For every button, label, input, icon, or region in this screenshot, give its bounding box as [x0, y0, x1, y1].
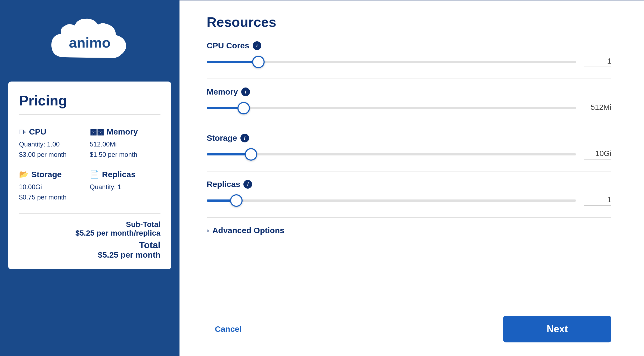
memory-icon: ▩▩ — [90, 127, 104, 136]
storage-track — [207, 153, 576, 155]
cpu-cores-slider[interactable] — [207, 55, 576, 69]
replicas-slider-row: 1 — [207, 194, 611, 207]
replicas-header: 📄 Replicas — [90, 170, 160, 179]
cancel-button[interactable]: Cancel — [207, 319, 250, 339]
cpu-cores-value: 1 — [584, 57, 611, 67]
cpu-price: $3.00 per month — [19, 149, 90, 160]
cpu-icon: □▫ — [19, 127, 26, 136]
total-label: Total — [19, 240, 160, 250]
replicas-res-label: Replicas i — [207, 180, 611, 189]
replicas-info-icon: i — [243, 180, 252, 189]
next-button[interactable]: Next — [503, 316, 611, 342]
pricing-item-cpu: □▫ CPU Quantity: 1.00 $3.00 per month — [19, 122, 90, 165]
cpu-cores-row: CPU Cores i 1 — [207, 41, 611, 69]
storage-row: Storage i 10Gi — [207, 133, 611, 161]
svg-text:animo: animo — [69, 35, 110, 51]
storage-thumb[interactable] — [245, 148, 257, 161]
cpu-cores-label: CPU Cores i — [207, 41, 611, 50]
pricing-item-memory: ▩▩ Memory 512.00Mi $1.50 per month — [90, 122, 160, 165]
replicas-slider[interactable] — [207, 194, 576, 207]
subtotal-value: $5.25 per month/replica — [19, 229, 160, 238]
chevron-right-icon: › — [207, 226, 209, 235]
logo-cloud-svg: animo — [44, 11, 136, 71]
replicas-label: Replicas — [102, 170, 135, 179]
memory-price: $1.50 per month — [90, 149, 160, 160]
storage-info-icon: i — [240, 134, 249, 142]
divider-3 — [207, 171, 611, 171]
storage-value: 10Gi — [584, 149, 611, 160]
divider-2 — [207, 125, 611, 125]
divider-4 — [207, 217, 611, 218]
pricing-item-storage: 📂 Storage 10.00Gi $0.75 per month — [19, 165, 90, 208]
storage-slider[interactable] — [207, 148, 576, 161]
logo-container: animo — [44, 11, 136, 71]
advanced-options[interactable]: › Advanced Options — [207, 226, 611, 235]
cpu-cores-slider-row: 1 — [207, 55, 611, 69]
replicas-thumb[interactable] — [230, 194, 243, 207]
replicas-quantity: Quantity: 1 — [90, 182, 160, 192]
memory-header: ▩▩ Memory — [90, 127, 160, 136]
subtotal-label: Sub-Total — [19, 220, 160, 229]
advanced-options-label: Advanced Options — [212, 226, 284, 235]
left-panel: animo Pricing □▫ CPU Quantity: 1.00 $3.0… — [0, 0, 179, 356]
storage-slider-row: 10Gi — [207, 148, 611, 161]
storage-fill — [207, 153, 251, 155]
memory-label: Memory — [107, 127, 138, 136]
section-title: Resources — [207, 14, 611, 30]
memory-slider[interactable] — [207, 101, 576, 115]
pricing-item-replicas: 📄 Replicas Quantity: 1 — [90, 165, 160, 208]
cpu-cores-thumb[interactable] — [252, 56, 265, 68]
replicas-row: Replicas i 1 — [207, 180, 611, 207]
memory-row: Memory i 512Mi — [207, 87, 611, 115]
storage-quantity: 10.00Gi — [19, 182, 90, 192]
memory-thumb[interactable] — [237, 102, 250, 114]
cpu-header: □▫ CPU — [19, 127, 90, 136]
memory-track — [207, 107, 576, 109]
replicas-track — [207, 199, 576, 202]
storage-price: $0.75 per month — [19, 192, 90, 202]
cpu-quantity: Quantity: 1.00 — [19, 139, 90, 149]
pricing-grid: □▫ CPU Quantity: 1.00 $3.00 per month ▩▩… — [19, 122, 160, 208]
memory-quantity: 512.00Mi — [90, 139, 160, 149]
storage-header: 📂 Storage — [19, 170, 90, 179]
right-panel: Resources CPU Cores i 1 Memory i — [179, 0, 644, 356]
memory-label: Memory i — [207, 87, 611, 96]
resources-container: CPU Cores i 1 Memory i — [207, 41, 611, 316]
divider-1 — [207, 79, 611, 79]
cpu-cores-fill — [207, 61, 258, 63]
replicas-value: 1 — [584, 195, 611, 206]
storage-label: Storage — [31, 170, 62, 179]
memory-value: 512Mi — [584, 103, 611, 113]
cpu-label: CPU — [29, 127, 46, 136]
cpu-cores-info-icon: i — [253, 41, 261, 50]
pricing-card: Pricing □▫ CPU Quantity: 1.00 $3.00 per … — [8, 82, 171, 269]
memory-slider-row: 512Mi — [207, 101, 611, 115]
memory-info-icon: i — [241, 88, 250, 96]
storage-label: Storage i — [207, 133, 611, 143]
storage-icon: 📂 — [19, 170, 29, 179]
bottom-actions: Cancel Next — [207, 316, 611, 342]
replicas-icon: 📄 — [90, 170, 99, 179]
pricing-summary: Sub-Total $5.25 per month/replica Total … — [19, 213, 160, 260]
total-value: $5.25 per month — [19, 250, 160, 260]
pricing-title: Pricing — [19, 92, 160, 115]
